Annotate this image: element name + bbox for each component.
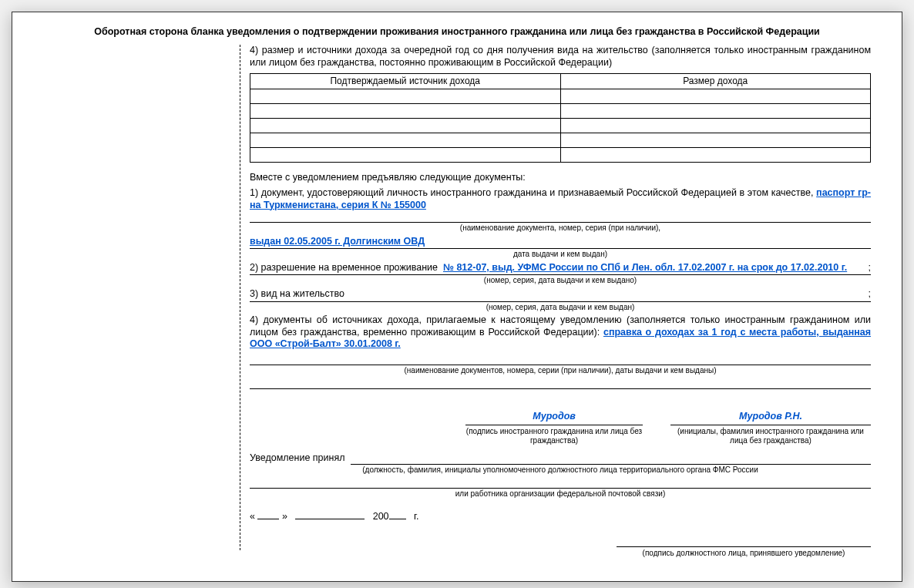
accept-line-2[interactable] xyxy=(250,477,871,489)
item-1-line2: выдан 02.05.2005 г. Долгинским ОВД xyxy=(250,236,425,247)
col-income-source: Подтверждаемый источник дохода xyxy=(250,74,561,89)
table-row xyxy=(250,104,871,119)
final-hint: (подпись должностного лица, принявшего у… xyxy=(617,549,871,558)
item-1-label: 1) документ, удостоверяющий личность ино… xyxy=(250,187,813,198)
sig-2-hint: (инициалы, фамилия иностранного граждани… xyxy=(670,427,871,445)
col-income-amount: Размер дохода xyxy=(560,74,871,89)
table-row xyxy=(250,148,871,163)
table-row xyxy=(250,119,871,133)
item-2-value: № 812-07, выд. УФМС России по СПб и Лен.… xyxy=(443,262,866,274)
item-4: 4) документы об источниках дохода, прила… xyxy=(250,314,871,389)
item-2: 2) разрешение на временное проживание № … xyxy=(250,262,871,286)
item-3: 3) вид на жительство ; (номер, серия, да… xyxy=(250,288,871,312)
acceptance-row: Уведомление принял xyxy=(250,452,871,465)
columns: 4) размер и источники дохода за очередно… xyxy=(43,45,871,550)
table-header-row: Подтверждаемый источник дохода Размер до… xyxy=(250,74,871,89)
item-1-hint2: дата выдачи и кем выдан) xyxy=(250,250,871,260)
left-tear-column xyxy=(43,45,240,550)
section-4-text: 4) размер и источники дохода за очередно… xyxy=(250,45,871,69)
sig-1-hint: (подпись иностранного гражданина или лиц… xyxy=(465,427,643,445)
item-1: 1) документ, удостоверяющий личность ино… xyxy=(250,187,871,260)
item-1-hint: (наименование документа, номер, серия (п… xyxy=(250,223,871,234)
table-row xyxy=(250,89,871,104)
page-title: Оборотная сторона бланка уведомления о п… xyxy=(43,26,871,37)
table-row xyxy=(250,133,871,148)
income-table: Подтверждаемый источник дохода Размер до… xyxy=(250,73,871,163)
sig-2-name: Муродов Р.Н. xyxy=(670,411,871,425)
signature-row: Муродов (подпись иностранного гражданина… xyxy=(250,411,871,445)
signature-initials-surname: Муродов Р.Н. (инициалы, фамилия иностран… xyxy=(670,411,871,445)
official-signature-block: (подпись должностного лица, принявшего у… xyxy=(250,536,871,558)
date-year-field[interactable] xyxy=(389,510,406,519)
accept-hint-2: или работника организации федеральной по… xyxy=(250,489,871,499)
accept-label: Уведомление принял xyxy=(250,452,344,465)
sig-1-name: Муродов xyxy=(465,411,643,425)
accept-hint: (должность, фамилия, инициалы уполномоче… xyxy=(250,465,871,475)
item-4-hint: (наименование документов, номера, серии … xyxy=(250,366,871,376)
item-2-hint: (номер, серия, дата выдачи и кем выдано) xyxy=(250,276,871,286)
date-month-field[interactable] xyxy=(295,510,365,519)
item-3-label: 3) вид на жительство xyxy=(250,288,344,301)
item-2-label: 2) разрешение на временное проживание xyxy=(250,262,438,274)
official-signature-line[interactable] xyxy=(617,536,871,547)
accept-line[interactable] xyxy=(351,454,871,465)
docs-intro: Вместе с уведомлением предъявляю следующ… xyxy=(250,172,871,184)
signature-foreign-citizen: Муродов (подпись иностранного гражданина… xyxy=(465,411,643,445)
date-day-field[interactable] xyxy=(257,510,279,519)
date-row: « » 200 г. xyxy=(250,510,871,523)
item-3-hint: (номер, серия, дата выдачи и кем выдан) xyxy=(250,303,871,313)
form-page: Оборотная сторона бланка уведомления о п… xyxy=(12,12,902,582)
right-content: 4) размер и источники дохода за очередно… xyxy=(240,45,871,550)
